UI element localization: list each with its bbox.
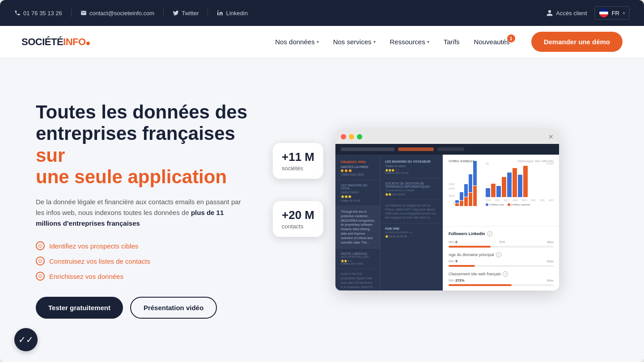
divider xyxy=(71,9,72,17)
top-bar-right: Accès client FR › xyxy=(546,6,630,20)
user-icon xyxy=(546,9,553,17)
top-bar: 01 76 35 13 26 contact@societeinfo.com T… xyxy=(0,0,644,26)
nouveautes-badge: 1 xyxy=(507,34,515,42)
chevron-down-icon: ▾ xyxy=(317,39,319,44)
hero-feature-list: Identifiez vos prospects cibles Construi… xyxy=(36,241,268,281)
window-minimize-button xyxy=(349,134,354,139)
main-nav: SOCIÉTÉINFO Nos données ▾ Nos services ▾… xyxy=(0,26,644,58)
phone-link[interactable]: 01 76 35 13 26 xyxy=(14,10,62,17)
hero-title: Toutes les données des entreprises franç… xyxy=(36,101,268,188)
window-titlebar: ✕ xyxy=(335,130,559,144)
demo-button[interactable]: Demander une démo xyxy=(531,32,623,52)
chevron-down-icon: ▾ xyxy=(373,39,376,44)
test-free-button[interactable]: Tester gratuitement xyxy=(36,297,123,319)
checkmark-icon: ✓✓ xyxy=(18,334,34,345)
stat-card-contacts: +20 M contacts xyxy=(273,201,323,237)
hero-section: Toutes les données des entreprises franç… xyxy=(0,58,644,362)
nav-nos-services[interactable]: Nos services ▾ xyxy=(333,38,376,46)
logo[interactable]: SOCIÉTÉINFO xyxy=(21,36,90,48)
list-item: Identifiez vos prospects cibles xyxy=(36,241,268,250)
list-bullet-icon xyxy=(36,241,45,250)
linkedin-icon xyxy=(217,10,223,16)
hero-left: Toutes les données des entreprises franç… xyxy=(36,101,268,319)
app-body: FINAROC PRO NANTES LA-PARIS Chiffre 2021… xyxy=(335,144,559,290)
chatbot-button[interactable]: ✓✓ xyxy=(14,328,38,351)
app-screenshot: ✕ FINAROC xyxy=(335,130,559,290)
window-close-button xyxy=(341,134,346,139)
presentation-video-button[interactable]: Présentation vidéo xyxy=(130,297,217,319)
stat-card-societes: +11 M sociétés xyxy=(273,143,323,179)
email-link[interactable]: contact@societeinfo.com xyxy=(80,10,154,17)
nav-links: Nos données ▾ Nos services ▾ Ressources … xyxy=(275,38,509,46)
acces-client-link[interactable]: Accès client xyxy=(546,9,587,17)
list-bullet-icon xyxy=(36,257,45,265)
hero-description: De la donnée légale et financière aux co… xyxy=(36,197,242,229)
phone-icon xyxy=(14,10,21,16)
hero-right: +11 M sociétés +20 M contacts ✕ xyxy=(286,130,608,290)
close-icon: ✕ xyxy=(548,133,554,140)
twitter-link[interactable]: Twitter xyxy=(173,10,199,17)
nav-ressources[interactable]: Ressources ▾ xyxy=(390,38,429,46)
france-flag xyxy=(599,8,608,17)
chevron-down-icon: ▾ xyxy=(427,39,429,44)
nav-nouveautes[interactable]: Nouveautés 1 xyxy=(474,38,510,46)
divider xyxy=(163,9,164,17)
linkedin-link[interactable]: Linkedin xyxy=(217,10,247,17)
list-item: Construisez vos listes de contacts xyxy=(36,257,268,265)
list-item: Enrichissez vos données xyxy=(36,272,268,281)
top-bar-left: 01 76 35 13 26 contact@societeinfo.com T… xyxy=(14,9,535,17)
twitter-icon xyxy=(173,10,179,16)
svg-point-0 xyxy=(218,10,219,11)
divider xyxy=(208,9,208,17)
nav-tarifs[interactable]: Tarifs xyxy=(444,38,460,46)
chevron-right-icon: › xyxy=(623,10,625,16)
list-bullet-icon xyxy=(36,272,45,281)
nav-nos-donnees[interactable]: Nos données ▾ xyxy=(275,38,318,46)
email-icon xyxy=(80,10,87,16)
hero-buttons: Tester gratuitement Présentation vidéo xyxy=(36,297,268,319)
logo-dot xyxy=(86,42,90,45)
window-maximize-button xyxy=(357,134,362,139)
lang-selector[interactable]: FR › xyxy=(594,6,630,20)
